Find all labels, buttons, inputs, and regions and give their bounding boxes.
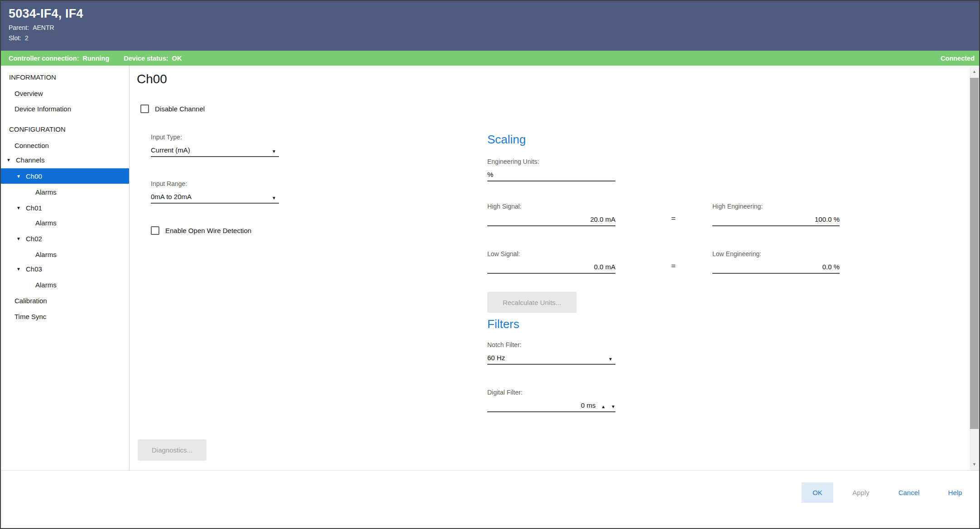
open-wire-checkbox[interactable] [151,226,159,235]
scroll-down-icon[interactable]: ▼ [970,458,979,470]
cancel-button[interactable]: Cancel [890,482,928,503]
digital-filter-label: Digital Filter: [487,389,615,400]
navigation-sidebar: INFORMATION Overview Device Information … [1,66,130,470]
low-engineering-field: Low Engineering: 0.0 % [712,250,840,274]
high-signal-input[interactable]: 20.0 mA [487,214,615,226]
sidebar-item-overview[interactable]: Overview [1,86,129,100]
controller-connection-value: Running [82,55,109,62]
spinner-up-icon[interactable]: ▲ [601,404,605,409]
engineering-units-label: Engineering Units: [487,158,615,169]
engineering-units-value: % [487,171,493,178]
chevron-down-icon: ▼ [272,195,279,200]
expand-arrow-icon[interactable]: ▼ [6,157,16,162]
low-engineering-value: 0.0 % [822,263,840,271]
engineering-units-field: Engineering Units: % [487,158,615,181]
sidebar-item-ch01-alarms[interactable]: Alarms [1,216,129,229]
equals-sign: = [671,262,676,271]
apply-button[interactable]: Apply [844,482,878,503]
disable-channel-label: Disable Channel [155,105,205,113]
low-signal-label: Low Signal: [487,250,615,261]
low-engineering-input[interactable]: 0.0 % [712,261,840,274]
chevron-down-icon: ▼ [272,149,279,154]
disable-channel-checkbox[interactable] [140,105,149,113]
sidebar-item-ch02[interactable]: ▼Ch02 [1,232,129,245]
expand-arrow-icon[interactable]: ▼ [16,205,26,210]
digital-filter-field: Digital Filter: 0 ms ▲ ▼ [487,389,615,412]
expand-arrow-icon[interactable]: ▼ [16,236,26,241]
slot-line: Slot:2 [9,34,979,42]
ok-button[interactable]: OK [802,482,833,503]
input-range-dropdown[interactable]: 0mA to 20mA ▼ [151,191,279,204]
sidebar-item-connection[interactable]: Connection [1,138,129,152]
input-range-value: 0mA to 20mA [151,193,192,200]
sidebar-item-calibration[interactable]: Calibration [1,294,129,307]
low-signal-value: 0.0 mA [594,263,615,271]
help-button[interactable]: Help [939,482,971,503]
slot-value: 2 [25,34,29,42]
notch-filter-field: Notch Filter: 60 Hz ▼ [487,341,615,365]
sidebar-item-time-sync[interactable]: Time Sync [1,310,129,323]
open-wire-label: Enable Open Wire Detection [165,227,251,234]
digital-filter-input[interactable]: 0 ms ▲ ▼ [487,400,615,412]
high-signal-value: 20.0 mA [590,215,615,223]
input-type-value: Current (mA) [151,146,190,154]
footer: OK Apply Cancel Help [1,470,979,528]
status-bar: Controller connection: Running Device st… [1,51,979,66]
expand-arrow-icon[interactable]: ▼ [16,267,26,272]
parent-line: Parent:AENTR [9,24,979,31]
high-signal-field: High Signal: 20.0 mA [487,203,615,226]
slot-label: Slot: [9,34,21,42]
high-engineering-value: 100.0 % [815,215,840,223]
high-engineering-label: High Engineering: [712,203,840,214]
high-engineering-field: High Engineering: 100.0 % [712,203,840,226]
sidebar-item-ch01[interactable]: ▼Ch01 [1,201,129,214]
parent-label: Parent: [9,24,29,31]
sidebar-item-ch02-alarms[interactable]: Alarms [1,248,129,261]
disable-channel-checkbox-row: Disable Channel [140,105,205,113]
notch-filter-value: 60 Hz [487,354,505,362]
filters-heading: Filters [487,317,519,331]
device-status-label: Device status: [124,55,168,62]
sidebar-section-configuration: CONFIGURATION [1,122,129,136]
scaling-heading: Scaling [487,133,526,147]
main-content: Ch00 Disable Channel Input Type: Current… [130,66,970,470]
connection-state-badge: Connected [941,55,975,62]
scroll-up-icon[interactable]: ▲ [970,66,979,77]
expand-arrow-icon[interactable]: ▼ [16,174,26,179]
sidebar-section-information: INFORMATION [1,70,129,84]
notch-filter-label: Notch Filter: [487,341,615,352]
sidebar-item-ch03[interactable]: ▼Ch03 [1,262,129,276]
engineering-units-input[interactable]: % [487,169,615,181]
sidebar-item-ch03-alarms[interactable]: Alarms [1,278,129,291]
sidebar-item-ch00[interactable]: ▼Ch00 [1,168,129,184]
high-signal-label: High Signal: [487,203,615,214]
sidebar-item-device-information[interactable]: Device Information [1,102,129,115]
high-engineering-input[interactable]: 100.0 % [712,214,840,226]
parent-value: AENTR [33,24,54,31]
sidebar-item-channels[interactable]: ▼Channels [1,153,129,167]
device-status-value: OK [172,55,182,62]
recalculate-units-button[interactable]: Recalculate Units... [487,292,576,313]
channel-title: Ch00 [137,72,167,86]
chevron-down-icon: ▼ [608,357,615,362]
low-engineering-label: Low Engineering: [712,250,840,261]
spinner-down-icon[interactable]: ▼ [611,404,615,409]
header: 5034-IF4, IF4 Parent:AENTR Slot:2 [1,1,979,51]
digital-filter-value: 0 ms [581,401,596,409]
sidebar-item-ch00-alarms[interactable]: Alarms [1,185,129,199]
module-properties-dialog: 5034-IF4, IF4 Parent:AENTR Slot:2 Contro… [0,0,980,529]
scrollbar-thumb[interactable] [970,78,979,429]
input-type-label: Input Type: [151,133,279,144]
input-range-label: Input Range: [151,180,279,191]
vertical-scrollbar[interactable]: ▲ ▼ [970,66,979,470]
low-signal-field: Low Signal: 0.0 mA [487,250,615,274]
notch-filter-dropdown[interactable]: 60 Hz ▼ [487,352,615,365]
input-type-dropdown[interactable]: Current (mA) ▼ [151,144,279,157]
diagnostics-button[interactable]: Diagnostics... [138,439,207,461]
low-signal-input[interactable]: 0.0 mA [487,261,615,274]
equals-sign: = [671,214,676,223]
open-wire-checkbox-row: Enable Open Wire Detection [151,226,251,235]
input-type-field: Input Type: Current (mA) ▼ [151,133,279,157]
input-range-field: Input Range: 0mA to 20mA ▼ [151,180,279,204]
page-title: 5034-IF4, IF4 [9,7,979,21]
